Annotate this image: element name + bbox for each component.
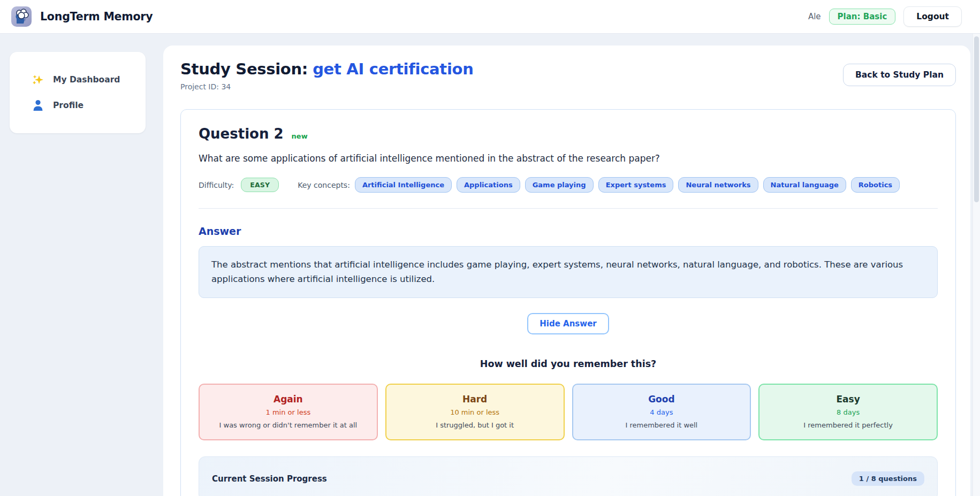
sidebar-item-profile[interactable]: Profile bbox=[10, 93, 146, 118]
sidebar-item-dashboard[interactable]: My Dashboard bbox=[10, 67, 146, 93]
hide-answer-button[interactable]: Hide Answer bbox=[527, 313, 609, 334]
new-badge: new bbox=[292, 132, 308, 140]
key-concepts-label: Key concepts: bbox=[298, 181, 350, 189]
rating-interval: 4 days bbox=[579, 408, 745, 416]
concept-chip: Game playing bbox=[525, 177, 594, 193]
sidebar: My Dashboard Profile bbox=[10, 52, 146, 133]
app-window: LongTerm Memory Ale Plan: Basic Logout M… bbox=[0, 0, 980, 496]
page-title: Study Session:get AI certification bbox=[180, 60, 474, 78]
difficulty-badge: EASY bbox=[241, 178, 279, 192]
rating-options: Again 1 min or less I was wrong or didn'… bbox=[199, 384, 938, 440]
header-actions: Ale Plan: Basic Logout bbox=[808, 6, 969, 27]
rating-option-hard[interactable]: Hard 10 min or less I struggled, but I g… bbox=[385, 384, 565, 440]
rating-option-easy[interactable]: Easy 8 days I remembered it perfectly bbox=[758, 384, 938, 440]
rating-description: I remembered it well bbox=[579, 421, 745, 429]
hide-answer-row: Hide Answer bbox=[199, 313, 938, 334]
concept-chip: Applications bbox=[457, 177, 520, 193]
rating-label: Easy bbox=[765, 394, 931, 405]
title-prefix: Study Session: bbox=[180, 60, 308, 78]
rating-description: I was wrong or didn't remember it at all bbox=[205, 421, 371, 429]
progress-title: Current Session Progress bbox=[212, 474, 327, 484]
concept-chip: Artificial Intelligence bbox=[355, 177, 452, 193]
rating-label: Hard bbox=[392, 394, 558, 405]
rating-option-again[interactable]: Again 1 min or less I was wrong or didn'… bbox=[199, 384, 378, 440]
rating-label: Good bbox=[579, 394, 745, 405]
rating-interval: 8 days bbox=[765, 408, 931, 416]
concept-chip: Expert systems bbox=[598, 177, 674, 193]
answer-text: The abstract mentions that artificial in… bbox=[199, 246, 938, 298]
page-scrollbar[interactable] bbox=[973, 34, 980, 496]
rating-prompt: How well did you remember this? bbox=[199, 358, 938, 369]
progress-count-badge: 1 / 8 questions bbox=[852, 471, 924, 486]
title-block: Study Session:get AI certification Proje… bbox=[180, 60, 474, 91]
question-number: Question 2 bbox=[199, 126, 284, 142]
title-row: Study Session:get AI certification Proje… bbox=[163, 45, 970, 91]
scrollbar-thumb[interactable] bbox=[974, 36, 979, 202]
concept-chip: Natural language bbox=[763, 177, 846, 193]
rating-description: I remembered it perfectly bbox=[765, 421, 931, 429]
rating-option-good[interactable]: Good 4 days I remembered it well bbox=[572, 384, 751, 440]
section-divider bbox=[199, 208, 938, 209]
back-to-study-plan-button[interactable]: Back to Study Plan bbox=[843, 64, 956, 86]
rating-description: I struggled, but I got it bbox=[392, 421, 558, 429]
plan-badge: Plan: Basic bbox=[829, 9, 896, 25]
person-icon bbox=[32, 100, 44, 111]
sparkles-icon bbox=[32, 74, 44, 86]
difficulty-label: Difficulty: bbox=[199, 181, 234, 189]
question-text: What are some applications of artificial… bbox=[199, 153, 938, 164]
session-progress-card: Current Session Progress 1 / 8 questions bbox=[199, 456, 938, 496]
concept-chip: Neural networks bbox=[678, 177, 758, 193]
sidebar-item-label: My Dashboard bbox=[53, 75, 120, 85]
rating-label: Again bbox=[205, 394, 371, 405]
question-meta-row: Difficulty: EASY Key concepts: Artificia… bbox=[199, 177, 938, 193]
rating-interval: 1 min or less bbox=[205, 408, 371, 416]
question-card: Question 2 new What are some application… bbox=[180, 109, 956, 496]
project-id: Project ID: 34 bbox=[180, 82, 474, 91]
sidebar-item-label: Profile bbox=[53, 101, 83, 110]
user-name: Ale bbox=[808, 12, 821, 21]
brain-logo-icon bbox=[11, 6, 32, 27]
logout-button[interactable]: Logout bbox=[903, 6, 962, 27]
app-title: LongTerm Memory bbox=[40, 10, 153, 23]
question-header: Question 2 new bbox=[199, 126, 938, 142]
rating-interval: 10 min or less bbox=[392, 408, 558, 416]
answer-heading: Answer bbox=[199, 225, 938, 237]
main-panel: Study Session:get AI certification Proje… bbox=[163, 45, 970, 496]
session-name: get AI certification bbox=[313, 60, 473, 78]
app-header: LongTerm Memory Ale Plan: Basic Logout bbox=[0, 0, 980, 34]
concept-chip: Robotics bbox=[851, 177, 900, 193]
